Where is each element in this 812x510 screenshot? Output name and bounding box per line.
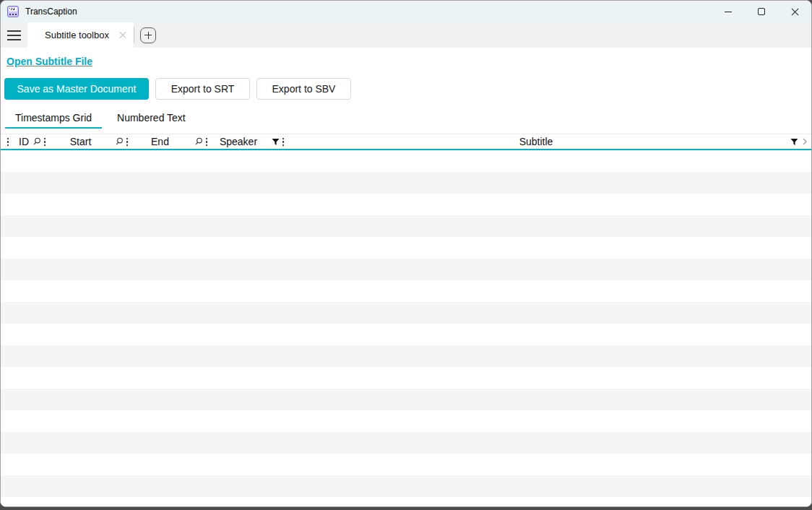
column-header-speaker[interactable]: Speaker	[209, 134, 285, 149]
action-button-row: Save as Master Document Export to SRT Ex…	[4, 78, 811, 100]
filter-icon[interactable]	[790, 138, 798, 146]
tab-timestamps-grid[interactable]: Timestamps Grid	[5, 107, 102, 129]
column-header-end[interactable]: End	[129, 134, 209, 149]
document-tab-label: Subtitle toolbox	[39, 30, 115, 40]
grid-row	[1, 345, 811, 367]
filter-icon[interactable]	[272, 138, 280, 146]
subtitle-grid: ID Start End	[1, 134, 811, 507]
tab-close-icon[interactable]	[119, 32, 126, 39]
grid-row	[1, 475, 811, 497]
app-icon	[7, 6, 19, 17]
window-controls	[712, 1, 811, 22]
grid-row	[1, 497, 811, 507]
grid-header: ID Start End	[1, 134, 811, 150]
minimize-button[interactable]	[712, 1, 745, 22]
main-content: Open Subtitle File Save as Master Docume…	[1, 48, 811, 507]
close-icon	[791, 8, 799, 16]
close-button[interactable]	[778, 1, 811, 22]
column-label: Subtitle	[285, 134, 787, 149]
column-menu-dots-icon[interactable]	[206, 138, 207, 146]
column-menu-dots-icon[interactable]	[282, 138, 284, 146]
column-label: End	[129, 134, 191, 149]
column-header-subtitle[interactable]: Subtitle	[285, 134, 811, 149]
column-menu-dots-icon[interactable]	[126, 138, 128, 146]
grid-body	[1, 150, 811, 507]
grid-row	[1, 215, 811, 237]
grid-row	[1, 324, 811, 345]
column-label: ID	[14, 134, 29, 149]
main-menu-button[interactable]	[1, 22, 27, 48]
column-row-handle[interactable]	[1, 134, 14, 149]
open-subtitle-file-link[interactable]: Open Subtitle File	[7, 56, 92, 68]
save-master-document-button[interactable]: Save as Master Document	[4, 78, 149, 100]
grid-row	[1, 454, 811, 475]
export-sbv-button[interactable]: Export to SBV	[256, 78, 351, 100]
grid-row	[1, 280, 811, 302]
column-label: Speaker	[209, 134, 268, 149]
new-tab-button[interactable]	[140, 27, 156, 43]
document-tab-subtitle-toolbox[interactable]: Subtitle toolbox	[27, 22, 134, 48]
grid-row	[1, 194, 811, 215]
column-menu-dots-icon[interactable]	[44, 138, 46, 146]
export-srt-button[interactable]: Export to SRT	[155, 78, 250, 100]
column-menu-dots-icon[interactable]	[7, 138, 9, 146]
view-tabs: Timestamps Grid Numbered Text	[1, 107, 811, 129]
column-header-id[interactable]: ID	[14, 134, 50, 149]
grid-row	[1, 389, 811, 410]
search-icon[interactable]	[115, 137, 124, 146]
grid-row	[1, 432, 811, 454]
search-icon[interactable]	[194, 137, 203, 146]
search-icon[interactable]	[33, 137, 41, 146]
column-header-start[interactable]: Start	[50, 134, 129, 149]
document-tabstrip: Subtitle toolbox	[1, 22, 811, 48]
tab-numbered-text[interactable]: Numbered Text	[107, 107, 196, 129]
column-label: Start	[50, 134, 111, 149]
grid-row	[1, 237, 811, 259]
maximize-button[interactable]	[745, 1, 778, 22]
app-window: TransCaption Subtitle toolbox Open Subti…	[0, 0, 812, 507]
grid-row	[1, 410, 811, 432]
grid-row	[1, 172, 811, 194]
minimize-icon	[725, 12, 732, 12]
grid-row	[1, 150, 811, 172]
grid-row	[1, 302, 811, 324]
grid-row	[1, 367, 811, 389]
grid-row	[1, 259, 811, 280]
chevron-right-icon[interactable]	[802, 137, 808, 146]
maximize-icon	[758, 8, 765, 15]
tab-separator	[134, 27, 134, 43]
hamburger-icon	[7, 30, 21, 32]
title-bar: TransCaption	[1, 1, 811, 22]
window-title: TransCaption	[25, 7, 77, 17]
